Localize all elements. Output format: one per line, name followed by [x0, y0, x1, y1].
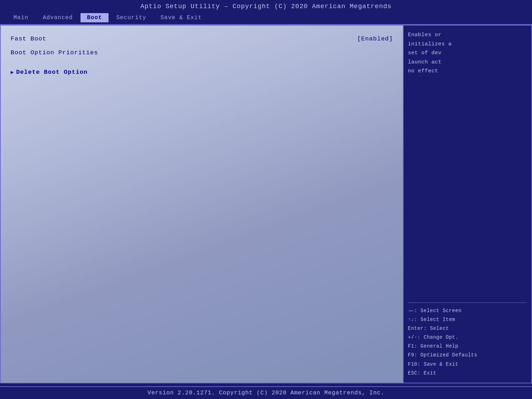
legend-item: →←: Select Screen [408, 306, 527, 315]
main-area: Fast Boot[Enabled]Boot Option Priorities… [0, 25, 532, 383]
menu-item-boot-option-priorities: Boot Option Priorities [9, 46, 394, 60]
version-text: Version 2.20.1271. Copyright (C) 2020 Am… [148, 390, 384, 396]
bottom-bar: Version 2.20.1271. Copyright (C) 2020 Am… [0, 386, 532, 399]
help-line: no effect [408, 67, 527, 76]
legend-item: ↑↓: Select Item [408, 315, 527, 324]
menu-item-label: Fast Boot [11, 35, 46, 42]
legend-item: F1: General Help [408, 342, 527, 351]
nav-tab-main[interactable]: Main [7, 13, 35, 22]
legend-item: Enter: Select [408, 324, 527, 333]
nav-tab-save---exit[interactable]: Save & Exit [154, 13, 208, 22]
menu-item-delete-boot-option[interactable]: ▶Delete Boot Option [9, 65, 394, 79]
legend-text: →←: Select Screen↑↓: Select ItemEnter: S… [408, 306, 527, 378]
title-bar: Aptio Setup Utility – Copyright (C) 2020… [0, 0, 532, 11]
legend-item: +/-: Change Opt. [408, 333, 527, 342]
nav-tab-security[interactable]: Security [110, 13, 153, 22]
help-text: Enables orinitializes aset of devlaunch … [408, 31, 527, 298]
menu-item-value: [Enabled] [357, 35, 393, 42]
legend-item: F9: Optimized Defaults [408, 351, 527, 360]
submenu-arrow-icon: ▶ [11, 69, 14, 75]
nav-tab-boot[interactable]: Boot [81, 13, 108, 22]
help-line: Enables or [408, 31, 527, 40]
help-line: set of dev [408, 49, 527, 58]
legend-item: F10: Save & Exit [408, 360, 527, 369]
nav-bar: MainAdvancedBootSecuritySave & Exit [0, 11, 532, 25]
menu-item-fast-boot[interactable]: Fast Boot[Enabled] [9, 32, 394, 46]
submenu-label: Delete Boot Option [16, 69, 88, 76]
left-panel: Fast Boot[Enabled]Boot Option Priorities… [1, 26, 404, 383]
title-text: Aptio Setup Utility – Copyright (C) 2020… [140, 3, 392, 10]
nav-tab-advanced[interactable]: Advanced [36, 13, 79, 22]
help-line: initializes a [408, 40, 527, 49]
help-separator [408, 303, 527, 303]
help-line: launch act [408, 58, 527, 67]
legend-item: ESC: Exit [408, 369, 527, 378]
right-panel: Enables orinitializes aset of devlaunch … [404, 26, 531, 383]
